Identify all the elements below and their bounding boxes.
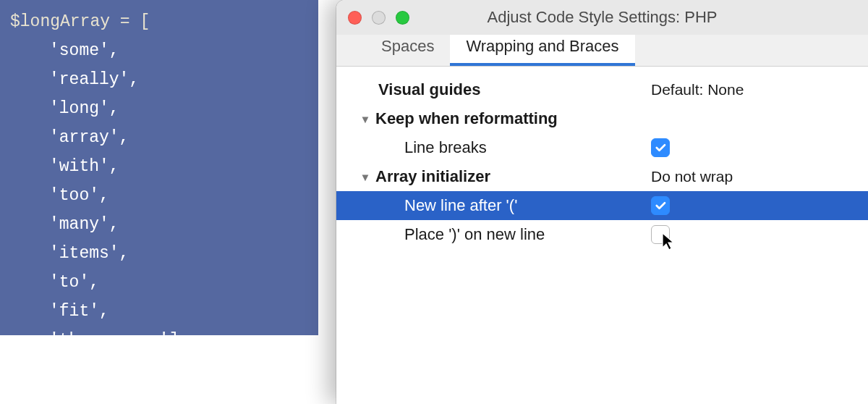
- section-visual-guides: Visual guides Default: None: [358, 75, 854, 104]
- dialog-title: Adjust Code Style Settings: PHP: [336, 8, 868, 27]
- line-breaks-label: Line breaks: [404, 138, 487, 157]
- setting-line-breaks[interactable]: Line breaks: [358, 133, 854, 162]
- settings-dialog: Adjust Code Style Settings: PHP Spaces W…: [336, 0, 868, 404]
- array-initializer-value[interactable]: Do not wrap: [651, 168, 733, 185]
- new-line-after-checkbox[interactable]: [651, 196, 670, 215]
- section-keep-when-reformatting[interactable]: ▼ Keep when reformatting: [358, 104, 854, 133]
- window-controls: [348, 11, 409, 25]
- place-on-new-line-label: Place ')' on new line: [404, 225, 545, 244]
- array-initializer-label: Array initializer: [375, 167, 490, 186]
- tab-spaces[interactable]: Spaces: [365, 30, 450, 66]
- minimize-icon: [372, 11, 386, 25]
- place-on-new-line-checkbox[interactable]: [651, 225, 670, 244]
- editor-background: $longArray = [ 'some', 'really', 'long',…: [0, 0, 318, 335]
- setting-new-line-after-paren[interactable]: New line after '(': [336, 191, 868, 220]
- keep-label: Keep when reformatting: [375, 109, 558, 128]
- setting-place-paren-on-new-line[interactable]: Place ')' on new line: [358, 220, 854, 249]
- settings-body: Visual guides Default: None ▼ Keep when …: [336, 67, 868, 249]
- visual-guides-value[interactable]: Default: None: [651, 81, 744, 98]
- new-line-after-label: New line after '(': [404, 196, 517, 215]
- line-breaks-checkbox[interactable]: [651, 138, 670, 157]
- titlebar: Adjust Code Style Settings: PHP: [336, 0, 868, 35]
- visual-guides-label: Visual guides: [378, 80, 480, 99]
- tab-wrapping-and-braces[interactable]: Wrapping and Braces: [450, 30, 634, 66]
- section-array-initializer[interactable]: ▼ Array initializer Do not wrap: [358, 162, 854, 191]
- chevron-down-icon[interactable]: ▼: [358, 113, 373, 125]
- zoom-icon[interactable]: [396, 11, 409, 25]
- close-icon[interactable]: [348, 11, 362, 25]
- chevron-down-icon[interactable]: ▼: [358, 171, 373, 183]
- code-editor[interactable]: $longArray = [ 'some', 'really', 'long',…: [0, 0, 318, 335]
- tab-bar: Spaces Wrapping and Braces: [336, 35, 868, 67]
